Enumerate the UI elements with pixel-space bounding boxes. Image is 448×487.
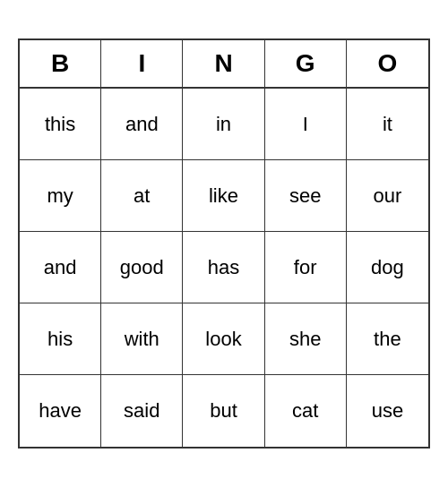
bingo-cell: cat (265, 375, 347, 447)
bingo-cell: for (265, 232, 347, 303)
bingo-header-cell: G (265, 40, 347, 87)
bingo-cell: I (265, 89, 347, 160)
bingo-cell: use (347, 375, 428, 447)
bingo-cell: with (101, 303, 183, 375)
bingo-cell: look (183, 303, 264, 375)
bingo-cell: see (265, 160, 347, 232)
bingo-cell: the (347, 303, 428, 375)
bingo-cell: and (20, 232, 101, 303)
bingo-cell: his (20, 303, 101, 375)
bingo-cell: like (183, 160, 264, 232)
bingo-cell: has (183, 232, 264, 303)
bingo-cell: she (265, 303, 347, 375)
bingo-cell: and (101, 89, 183, 160)
bingo-cell: our (347, 160, 428, 232)
bingo-cell: good (101, 232, 183, 303)
bingo-cell: my (20, 160, 101, 232)
bingo-cell: at (101, 160, 183, 232)
bingo-cell: dog (347, 232, 428, 303)
bingo-header-cell: O (347, 40, 428, 87)
bingo-header: BINGO (20, 40, 428, 89)
bingo-cell: but (183, 375, 264, 447)
bingo-card: BINGO thisandinIitmyatlikeseeourandgoodh… (18, 38, 430, 449)
bingo-cell: said (101, 375, 183, 447)
bingo-header-cell: N (183, 40, 264, 87)
bingo-cell: it (347, 89, 428, 160)
bingo-cell: this (20, 89, 101, 160)
bingo-grid: thisandinIitmyatlikeseeourandgoodhasford… (20, 89, 428, 447)
bingo-cell: have (20, 375, 101, 447)
bingo-cell: in (183, 89, 264, 160)
bingo-header-cell: I (101, 40, 183, 87)
bingo-header-cell: B (20, 40, 101, 87)
